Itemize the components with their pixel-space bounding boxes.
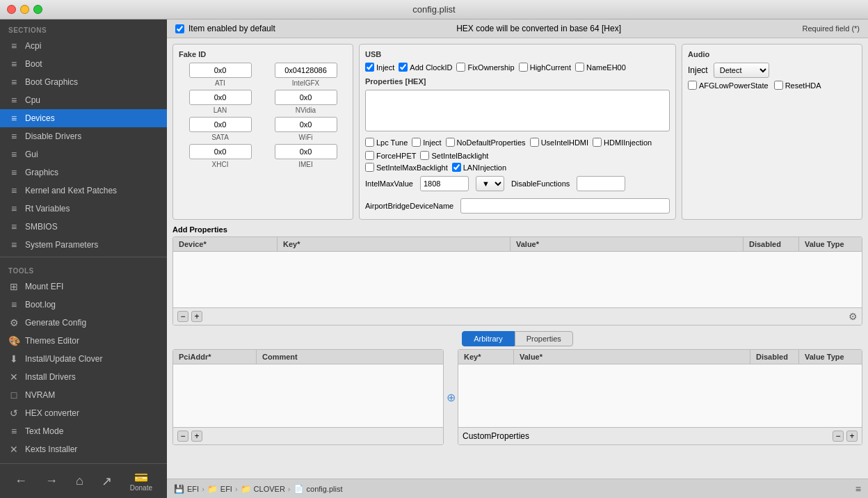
sidebar-item-boot-graphics[interactable]: ≡ Boot Graphics: [0, 73, 167, 91]
afg-low-power-state-checkbox[interactable]: AFGLowPowerState: [688, 81, 769, 90]
wifi-input[interactable]: [275, 117, 337, 132]
inject-checkbox[interactable]: Inject: [412, 138, 441, 147]
sidebar-item-text-mode[interactable]: ≡ Text Mode: [0, 422, 167, 440]
airport-input[interactable]: [460, 198, 670, 214]
list-icon: ≡: [8, 113, 19, 124]
menu-icon[interactable]: ≡: [855, 483, 861, 495]
sidebar-item-label: Kexts Installer: [25, 444, 77, 454]
col-disabled: Disabled: [744, 237, 799, 251]
sidebar-item-label: Kernel and Kext Patches: [25, 186, 117, 195]
xhci-input[interactable]: [189, 144, 252, 159]
remove-arbitrary-button[interactable]: −: [177, 431, 188, 442]
tab-arbitrary[interactable]: Arbitrary: [462, 331, 515, 346]
list-icon: ≡: [8, 131, 19, 142]
maximize-button[interactable]: [33, 5, 42, 14]
sidebar-item-acpi[interactable]: ≡ Acpi: [0, 37, 167, 55]
forward-button[interactable]: →: [45, 474, 58, 488]
usb-inject-checkbox[interactable]: Inject: [365, 63, 394, 72]
sidebar-item-graphics[interactable]: ≡ Graphics: [0, 163, 167, 182]
sidebar-item-kernel-kext[interactable]: ≡ Kernel and Kext Patches: [0, 182, 167, 200]
sidebar-item-boot-log[interactable]: ≡ Boot.log: [0, 296, 167, 314]
sidebar-item-boot[interactable]: ≡ Boot: [0, 55, 167, 73]
kexts-icon: ✕: [8, 444, 19, 455]
lan-injection-checkbox[interactable]: LANInjection: [452, 163, 506, 172]
intelgfx-input[interactable]: [275, 63, 337, 78]
sidebar-item-disable-drivers[interactable]: ≡ Disable Drivers: [0, 127, 167, 145]
usb-nameeh00-checkbox[interactable]: NameEH00: [575, 63, 626, 72]
sidebar-item-generate-config[interactable]: ⚙ Generate Config: [0, 314, 167, 332]
imei-input[interactable]: [275, 144, 337, 159]
remove-property-button[interactable]: −: [833, 431, 844, 442]
sidebar-item-gui[interactable]: ≡ Gui: [0, 145, 167, 163]
lpc-tune-checkbox[interactable]: Lpc Tune: [365, 138, 408, 147]
sidebar-item-label: Cpu: [25, 95, 40, 105]
table-buttons: − +: [177, 311, 202, 322]
tab-properties[interactable]: Properties: [515, 331, 573, 346]
lan-input[interactable]: [189, 90, 252, 105]
audio-inject-select[interactable]: Detect: [714, 63, 769, 78]
use-intel-hdmi-checkbox[interactable]: UseIntelHDMI: [530, 138, 588, 147]
share-button[interactable]: ↗: [102, 474, 112, 489]
no-default-props-checkbox[interactable]: NoDefaultProperties: [446, 138, 526, 147]
sidebar-item-label: HEX converter: [25, 408, 79, 418]
list-icon: ≡: [8, 40, 19, 51]
disable-functions-input[interactable]: [577, 176, 625, 191]
sidebar-item-rt-variables[interactable]: ≡ Rt Variables: [0, 200, 167, 218]
intel-max-value-select[interactable]: ▼: [476, 176, 504, 191]
sidebar-item-label: Acpi: [25, 41, 41, 51]
home-button[interactable]: ⌂: [76, 474, 83, 488]
breadcrumb-bar: 💾 EFI › 📁 EFI › 📁 CLOVER › 📄 config.plis…: [167, 479, 868, 498]
add-row-button[interactable]: +: [191, 311, 202, 322]
sidebar-item-kexts-installer[interactable]: ✕ Kexts Installer: [0, 440, 167, 458]
col-comment: Comment: [257, 350, 443, 364]
remove-row-button[interactable]: −: [177, 311, 188, 322]
sidebar-item-label: Devices: [25, 113, 55, 123]
hdmi-injection-checkbox[interactable]: HDMIInjection: [593, 138, 652, 147]
list-icon: ≡: [8, 221, 19, 232]
sidebar-item-install-drivers[interactable]: ✕ Install Drivers: [0, 368, 167, 386]
back-button[interactable]: ←: [15, 474, 27, 488]
donate-button[interactable]: 💳 Donate: [130, 471, 152, 492]
sidebar-item-nvram[interactable]: □ NVRAM: [0, 386, 167, 404]
item-enabled-checkbox[interactable]: [175, 24, 184, 33]
list-icon: ≡: [8, 185, 19, 196]
properties-detail-footer: CustomProperties − +: [458, 427, 862, 444]
sidebar-item-system-parameters[interactable]: ≡ System Parameters: [0, 236, 167, 254]
minimize-button[interactable]: [20, 5, 29, 14]
sidebar-item-cpu[interactable]: ≡ Cpu: [0, 91, 167, 109]
close-button[interactable]: [7, 5, 16, 14]
add-property-button[interactable]: +: [846, 431, 858, 442]
sidebar-item-smbios[interactable]: ≡ SMBIOS: [0, 218, 167, 236]
col-value: Value*: [514, 350, 750, 364]
add-arbitrary-button[interactable]: +: [191, 431, 202, 442]
sidebar-item-mount-efi[interactable]: ⊞ Mount EFI: [0, 278, 167, 296]
sata-input[interactable]: [189, 117, 252, 132]
usb-addclockid-checkbox[interactable]: Add ClockID: [399, 63, 452, 72]
set-intel-max-backlight-checkbox[interactable]: SetIntelMaxBacklight: [365, 163, 448, 172]
usb-fixownership-checkbox[interactable]: FixOwnership: [456, 63, 514, 72]
sidebar-item-hex-converter[interactable]: ↺ HEX converter: [0, 404, 167, 422]
x-icon: ✕: [8, 371, 19, 383]
usb-highcurrent-checkbox[interactable]: HighCurrent: [519, 63, 571, 72]
fake-id-lan: LAN: [179, 90, 262, 114]
properties-detail-body: [458, 364, 862, 427]
sidebar-item-label: Text Mode: [25, 426, 63, 436]
usb-panel: USB Inject Add ClockID FixOwnership: [359, 44, 676, 220]
sidebar-item-install-clover[interactable]: ⬇ Install/Update Clover: [0, 350, 167, 368]
sidebar-item-devices[interactable]: ≡ Devices: [0, 109, 167, 127]
table-settings-icon[interactable]: ⚙: [849, 311, 858, 322]
sidebar-item-themes-editor[interactable]: 🎨 Themes Editor: [0, 332, 167, 350]
reset-hda-checkbox[interactable]: ResetHDA: [774, 81, 821, 90]
add-props-header: Add Properties: [172, 225, 862, 234]
properties-hex-textarea[interactable]: [365, 90, 670, 131]
force-hpet-checkbox[interactable]: ForceHPET: [365, 151, 416, 160]
nvidia-input[interactable]: [275, 90, 337, 105]
wifi-label: WiFi: [299, 134, 313, 141]
col-device: Device*: [173, 237, 278, 251]
intel-max-value-input[interactable]: [420, 176, 469, 191]
list-icon: ≡: [8, 299, 19, 310]
refresh-icon: ↺: [8, 408, 19, 419]
ati-input[interactable]: [189, 63, 252, 78]
add-properties-table: Device* Key* Value* Disabled Value Type …: [172, 236, 862, 326]
set-intel-backlight-checkbox[interactable]: SetIntelBacklight: [420, 151, 488, 160]
